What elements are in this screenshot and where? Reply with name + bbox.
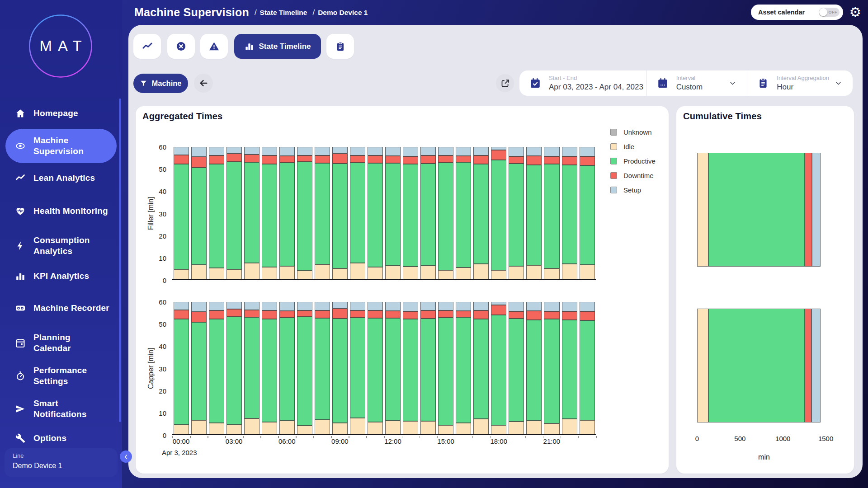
segment-downtime — [297, 310, 312, 317]
segment-downtime — [805, 309, 811, 422]
line-value: Demo Device 1 — [13, 462, 118, 470]
sidebar-item-machine-supervision[interactable]: Machine Supervision — [5, 129, 117, 163]
stacked-bar-08:00 — [315, 302, 330, 434]
segment-downtime — [332, 154, 348, 164]
sidebar-item-kpi-analytics[interactable]: KPI Analytics — [5, 259, 117, 293]
main-panel: State Timeline Machine — [128, 25, 863, 478]
segment-idle — [332, 423, 348, 434]
stacked-bar-16:00 — [456, 147, 471, 279]
segment-productive — [385, 163, 401, 266]
tab-state-timeline-label: State Timeline — [259, 42, 311, 51]
tab-state-timeline[interactable]: State Timeline — [234, 34, 321, 59]
heart-pulse-icon — [15, 206, 26, 216]
segment-idle — [191, 265, 207, 279]
segment-downtime — [580, 311, 595, 321]
segment-downtime — [385, 311, 401, 318]
sidebar-item-health-monitoring[interactable]: Health Monitoring — [5, 194, 117, 228]
cumulative-x-axis-label: min — [697, 453, 831, 461]
segment-productive — [262, 164, 277, 267]
tab-errors[interactable] — [167, 34, 195, 59]
segment-downtime — [262, 310, 277, 319]
home-icon — [15, 108, 26, 119]
x-axis-tick-labels: 00:0003:0006:0009:0012:0015:0018:0021:00 — [172, 437, 596, 446]
segment-downtime — [350, 310, 365, 318]
stacked-bar-03:00 — [226, 302, 242, 434]
export-button[interactable] — [496, 74, 514, 92]
stacked-bar-09:00 — [332, 302, 348, 434]
segment-idle — [473, 419, 489, 434]
segment-productive — [209, 164, 224, 268]
sidebar-item-machine-recorder[interactable]: Machine Recorder — [5, 291, 117, 325]
segment-downtime — [526, 156, 542, 165]
sidebar-item-planning-calendar[interactable]: Planning Calendar — [5, 326, 117, 360]
machine-filter-button[interactable]: Machine — [133, 74, 188, 93]
sidebar: MAT Homepage Machine Supervision Lean An… — [0, 0, 122, 488]
stacked-bar-05:00 — [262, 147, 277, 279]
segment-idle — [491, 425, 506, 435]
segment-setup — [332, 147, 348, 154]
interval-select[interactable]: Interval Custom — [647, 70, 747, 96]
asset-calendar-toggle[interactable]: OFF — [819, 8, 840, 17]
segment-idle — [544, 268, 559, 279]
segment-productive — [438, 318, 453, 425]
capper-cumulative-bar — [697, 309, 831, 422]
stacked-bar-04:00 — [244, 147, 259, 279]
stacked-bar-06:00 — [279, 147, 295, 279]
segment-idle — [174, 269, 189, 279]
capper-y-ticks: 0102030405060 — [136, 302, 166, 435]
segment-setup — [491, 147, 506, 150]
sidebar-item-lean-analytics[interactable]: Lean Analytics — [5, 161, 117, 195]
sidebar-item-label: Smart Notifications — [33, 398, 87, 420]
stacked-bar-19:00 — [509, 147, 524, 279]
gear-icon[interactable]: ⚙ — [847, 3, 863, 21]
segment-productive — [174, 319, 189, 425]
sidebar-item-performance-settings[interactable]: Performance Settings — [5, 359, 117, 393]
segment-setup — [209, 147, 224, 155]
sidebar-collapse-button[interactable] — [120, 450, 132, 463]
sidebar-item-consumption-analytics[interactable]: Consumption Analytics — [5, 229, 117, 263]
trend-icon — [15, 173, 26, 183]
segment-idle — [491, 270, 506, 279]
filler-plot-area — [172, 147, 596, 280]
cumulative-times-title: Cumulative Times — [683, 111, 762, 122]
segment-idle — [315, 264, 330, 279]
segment-idle — [226, 425, 242, 434]
segment-downtime — [385, 156, 401, 163]
filler-cumulative-bar — [697, 153, 831, 267]
interval-aggregation-select[interactable]: Interval Aggregation Hour — [747, 70, 853, 96]
sidebar-scrollbar[interactable] — [119, 99, 121, 422]
segment-idle — [174, 425, 189, 434]
segment-productive — [226, 317, 242, 425]
toggle-state-label: OFF — [829, 10, 838, 14]
segment-setup — [491, 302, 506, 305]
selected-line-card[interactable]: Line Demo Device 1 — [5, 448, 118, 477]
sidebar-item-label: KPI Analytics — [33, 271, 89, 282]
tab-warnings[interactable] — [200, 34, 228, 59]
breadcrumb-demo-device: Demo Device 1 — [318, 9, 368, 17]
asset-calendar-pill: Asset calendar OFF — [751, 5, 843, 20]
segment-downtime — [174, 155, 189, 164]
tab-report[interactable] — [326, 34, 354, 59]
segment-setup — [403, 302, 418, 311]
tab-trends[interactable] — [133, 34, 161, 59]
stopwatch-icon — [15, 371, 26, 381]
segment-downtime — [473, 310, 489, 319]
segment-idle — [438, 270, 453, 279]
bolt-icon — [15, 240, 26, 251]
header: Machine Supervision / State Timeline / D… — [134, 0, 368, 25]
sidebar-item-homepage[interactable]: Homepage — [5, 96, 117, 131]
segment-downtime — [805, 153, 812, 267]
segment-productive — [385, 318, 401, 421]
segment-setup — [315, 147, 330, 155]
segment-setup — [368, 147, 383, 155]
segment-idle — [279, 421, 295, 434]
segment-idle — [509, 422, 524, 434]
filler-y-ticks: 0102030405060 — [136, 147, 166, 280]
segment-idle — [562, 419, 577, 434]
stacked-bar-18:00 — [491, 302, 506, 434]
back-button[interactable] — [194, 74, 213, 93]
start-end-field[interactable]: Start - End Apr 03, 2023 - Apr 04, 2023 — [519, 70, 646, 96]
segment-downtime — [244, 310, 259, 318]
segment-productive — [509, 319, 524, 422]
segment-productive — [580, 320, 595, 420]
